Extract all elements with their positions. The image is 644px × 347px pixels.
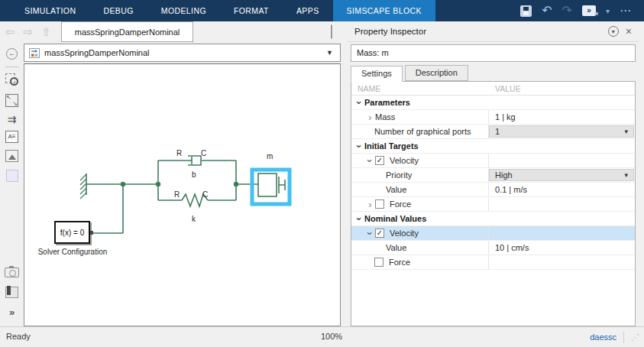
mass-block-label: m <box>267 152 273 161</box>
property-inspector-panel: Property Inspector ▼ × Mass: m Settings … <box>348 21 644 326</box>
model-file-icon <box>29 48 40 58</box>
export-icon[interactable]: »★ <box>582 5 596 16</box>
close-icon[interactable]: × <box>626 26 632 37</box>
inspector-tabs: Settings Description <box>351 64 639 81</box>
star-icon: ★ <box>594 8 599 19</box>
statusbar-divider <box>623 332 624 343</box>
collapse-icon[interactable]: › <box>354 141 364 151</box>
solver-configuration-block[interactable]: f(x) = 0 <box>54 221 90 244</box>
row-mass[interactable]: ›Mass 1 | kg <box>351 110 635 125</box>
status-text: Ready <box>6 332 31 341</box>
row-initial-velocity-value[interactable]: Value 0.1 | m/s <box>351 183 635 197</box>
force-checkbox[interactable] <box>374 258 383 267</box>
collapse-icon[interactable]: › <box>365 156 375 166</box>
selected-block-field: Mass: m <box>351 44 636 62</box>
redo-icon[interactable]: ↷ <box>562 5 572 17</box>
expand-icon[interactable]: › <box>365 112 375 122</box>
force-checkbox[interactable] <box>375 199 384 209</box>
tab-simulation[interactable]: SIMULATION <box>11 0 89 21</box>
column-value: VALUE <box>489 84 521 93</box>
tab-modeling[interactable]: MODELING <box>147 0 220 21</box>
spring-port-c-label: C <box>202 190 208 199</box>
document-tab[interactable]: massSpringDamperNominal <box>61 21 194 42</box>
document-tabbar: ⇦ ⇨ ⇧ massSpringDamperNominal <box>0 21 341 42</box>
solver-block-label: Solver Configuration <box>30 248 115 257</box>
tab-debug[interactable]: DEBUG <box>89 0 147 21</box>
screenshot-icon[interactable] <box>5 268 19 277</box>
status-bar: Ready 100% daessc ⋰ <box>0 326 644 347</box>
model-canvas[interactable]: f(x) = 0 Solver Configuration R C b R C … <box>24 63 341 326</box>
section-nominal-values[interactable]: ›Nominal Values <box>351 212 635 226</box>
forward-icon[interactable]: ⇨ <box>24 26 34 37</box>
back-icon[interactable]: ⇦ <box>5 26 15 37</box>
row-nominal-velocity-value[interactable]: Value 10 | cm/s <box>351 241 635 255</box>
tab-description[interactable]: Description <box>405 65 468 81</box>
damper-port-c-label: C <box>201 149 206 157</box>
breadcrumb-model-name: massSpringDamperNominal <box>44 48 150 57</box>
section-parameters[interactable]: ›Parameters <box>351 96 635 110</box>
junction-dot <box>156 182 160 186</box>
zoom-region-icon[interactable] <box>5 73 19 87</box>
resize-grip[interactable]: ⋰ <box>631 332 639 342</box>
row-force-nominal[interactable]: Force <box>351 255 635 270</box>
junction-dot <box>234 182 238 186</box>
tab-simscape-block[interactable]: SIMSCAPE BLOCK <box>333 0 435 21</box>
viewmark-icon[interactable] <box>5 287 18 298</box>
ports-dropdown[interactable]: 1 ▾ <box>489 125 634 138</box>
collapse-icon[interactable]: › <box>354 98 364 108</box>
solver-link[interactable]: daessc <box>590 332 616 342</box>
junction-dot <box>121 182 125 186</box>
model-editor-section: ⇦ ⇨ ⇧ massSpringDamperNominal ← ↖↘ ⇉ A≡ <box>0 21 341 326</box>
priority-dropdown[interactable]: High ▾ <box>489 169 634 181</box>
damper-port-r-label: R <box>176 149 182 157</box>
model-diagram <box>24 64 341 326</box>
velocity-checkbox[interactable]: ✓ <box>375 229 384 238</box>
save-icon[interactable] <box>520 5 532 17</box>
image-annotation-icon[interactable] <box>5 150 18 162</box>
property-table: NAME VALUE ›Parameters ›Mass 1 | kg Numb… <box>351 81 636 326</box>
row-velocity-initial[interactable]: › ✓ Velocity <box>351 154 635 168</box>
property-inspector-title: Property Inspector <box>354 27 426 36</box>
chevron-down-icon[interactable]: ▾ <box>606 7 610 15</box>
column-name: NAME <box>351 84 489 93</box>
tab-settings[interactable]: Settings <box>351 66 403 82</box>
row-velocity-nominal[interactable]: › ✓ Velocity <box>351 226 635 241</box>
chevron-down-icon: ▾ <box>624 171 628 179</box>
spring-port-r-label: R <box>174 190 180 199</box>
collapse-icon[interactable]: › <box>354 214 364 224</box>
spring-block-label: k <box>192 215 196 223</box>
property-inspector-header: Property Inspector ▼ × <box>348 21 639 42</box>
undo-icon[interactable]: ↶ <box>542 5 552 17</box>
table-header: NAME VALUE <box>351 82 635 96</box>
chevron-down-icon: ▾ <box>624 128 628 135</box>
keyboard-shortcuts-icon[interactable] <box>331 25 332 39</box>
mass-value[interactable]: 1 | kg <box>495 112 516 122</box>
area-annotation-icon[interactable] <box>6 170 18 182</box>
palette-divider <box>5 66 19 67</box>
row-priority[interactable]: Priority High ▾ <box>351 168 635 183</box>
expand-icon[interactable]: › <box>365 199 375 209</box>
fit-to-view-icon[interactable]: ↖↘ <box>5 94 18 107</box>
expand-palette-icon[interactable]: » <box>9 307 15 317</box>
panel-menu-icon[interactable]: ▼ <box>608 26 619 37</box>
zoom-level: 100% <box>321 332 342 341</box>
row-force-initial[interactable]: › Force <box>351 197 635 212</box>
nominal-velocity-value[interactable]: 10 | cm/s <box>495 243 529 252</box>
collapse-icon[interactable]: › <box>365 229 375 238</box>
up-to-parent-icon[interactable]: ⇧ <box>41 26 51 37</box>
breadcrumb[interactable]: massSpringDamperNominal ▼ <box>24 44 341 62</box>
annotation-icon[interactable]: A≡ <box>5 131 18 143</box>
more-options-icon[interactable]: ⋯ <box>620 4 632 18</box>
chevron-down-icon[interactable]: ▼ <box>326 49 333 57</box>
section-initial-targets[interactable]: ›Initial Targets <box>351 139 635 154</box>
signal-routing-icon[interactable]: ⇉ <box>8 114 17 125</box>
hide-browser-icon[interactable]: ← <box>6 48 18 60</box>
toolstrip-menubar: SIMULATION DEBUG MODELING FORMAT APPS SI… <box>0 0 644 21</box>
initial-velocity-value[interactable]: 0.1 | m/s <box>495 185 527 194</box>
damper-block-label: b <box>192 170 196 179</box>
editor-palette: ← ↖↘ ⇉ A≡ » <box>0 42 24 326</box>
row-number-of-graphical-ports[interactable]: Number of graphical ports 1 ▾ <box>351 125 635 139</box>
tab-apps[interactable]: APPS <box>283 0 333 21</box>
velocity-checkbox[interactable]: ✓ <box>375 156 384 165</box>
tab-format[interactable]: FORMAT <box>220 0 283 21</box>
